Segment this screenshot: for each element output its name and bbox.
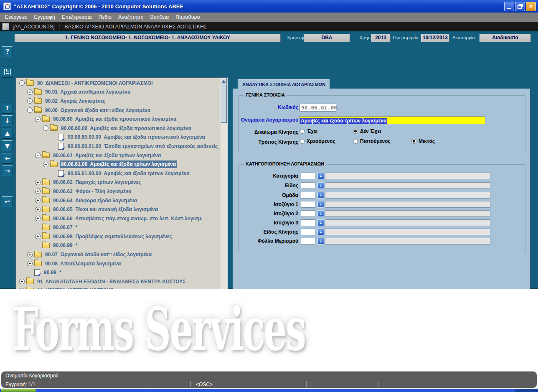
tree-node-label[interactable]: 90.06.62 Παροχές τρίτων λογισμένες bbox=[52, 178, 142, 186]
tree-expander-plus-icon[interactable]: + bbox=[35, 188, 41, 194]
tree-node-label[interactable]: 90.06.65 Τόκοι και συναφή έξοδα λογισμέν… bbox=[52, 206, 159, 213]
tree-node-label[interactable]: 90.07 Οργανικά έσοδα κατ□ είδος λογισμέν… bbox=[44, 251, 153, 258]
menu-item-actions[interactable]: Ενέργειες bbox=[2, 13, 30, 22]
lov-dropdown-button[interactable]: ↓ bbox=[317, 229, 324, 235]
category-code-input[interactable] bbox=[301, 210, 315, 217]
tree-node-label[interactable]: 90.06 Οργανικά έξοδα κατ□ είδος λογισμέν… bbox=[44, 107, 152, 114]
lov-dropdown-button[interactable]: ↓ bbox=[317, 201, 324, 208]
tree-expander-minus-icon[interactable]: − bbox=[35, 117, 41, 122]
folder-icon bbox=[42, 225, 50, 230]
scroll-up-button[interactable]: ▲ bbox=[2, 128, 13, 139]
tree-scrollbar[interactable]: ▲ ▼ bbox=[221, 78, 227, 298]
tree-row: +90.06.63 Φόροι - Τέλη λογισμένα bbox=[18, 187, 220, 196]
menu-item-help[interactable]: Βοήθεια bbox=[147, 13, 172, 22]
movement-mode-label: Τρόπος Κίνησης bbox=[233, 139, 298, 145]
menu-item-edit[interactable]: Επεξεργασία bbox=[58, 13, 95, 22]
tree-node-label[interactable]: 90.02 Αγορές λογισμένες bbox=[44, 97, 107, 105]
folder-open-icon bbox=[42, 117, 50, 122]
category-code-input[interactable] bbox=[301, 219, 315, 226]
scroll-down-button[interactable]: ▼ bbox=[2, 140, 13, 151]
tree-node-label[interactable]: 90.06.64 Διάφορα έξοδα λογισμένα bbox=[52, 197, 138, 204]
tree-node-label[interactable]: 90.08 Αποτελέσματα λογισμένα bbox=[44, 260, 122, 267]
lov-dropdown-button[interactable]: ↓ bbox=[317, 192, 324, 199]
account-name-field[interactable]: Αμοιβές και έξοδα τρίτων λογισμένα bbox=[299, 116, 485, 124]
tree-node-label[interactable]: 90.99 * bbox=[43, 269, 62, 276]
lov-dropdown-button[interactable]: ↓ bbox=[317, 210, 324, 217]
tab-account-details[interactable]: ΑΝΑΛΥΤΙΚΑ ΣΤΟΙΧΕΙΑ ΛΟΓΑΡΙΑΣΜΩΝ bbox=[238, 79, 330, 89]
tree-expander-plus-icon[interactable]: + bbox=[35, 216, 41, 221]
tree-expander-plus-icon[interactable]: + bbox=[27, 98, 33, 104]
tree-expander-plus-icon[interactable]: + bbox=[19, 279, 25, 284]
category-code-input[interactable] bbox=[301, 229, 315, 235]
lov-dropdown-button[interactable]: ↓ bbox=[317, 219, 324, 226]
category-description-field bbox=[325, 219, 490, 226]
tree-node-label[interactable]: 90.06.61 Αμοιβές και έξοδα τρίτων λογισμ… bbox=[52, 152, 162, 159]
start-button-fragment[interactable] bbox=[1, 389, 36, 392]
tree-expander-plus-icon[interactable]: + bbox=[35, 180, 41, 185]
tree-node-label[interactable]: 90.01 Αρχικά αποθέματα λογισμένα bbox=[44, 88, 132, 96]
tree-expander-minus-icon[interactable]: − bbox=[27, 107, 33, 113]
radio-checked-icon[interactable] bbox=[353, 129, 358, 134]
category-code-input[interactable] bbox=[301, 201, 315, 208]
next-block-button[interactable]: → bbox=[2, 165, 13, 176]
tree-expander-plus-icon[interactable]: + bbox=[35, 207, 41, 212]
tree-expander-plus-icon[interactable]: + bbox=[27, 89, 33, 95]
menu-item-window[interactable]: Παράθυρο bbox=[172, 13, 203, 22]
category-code-input[interactable] bbox=[301, 182, 315, 189]
scrollbar-up-icon[interactable]: ▲ bbox=[221, 78, 227, 84]
form-header-separator: : bbox=[59, 24, 60, 30]
account-code-field[interactable]: 90.06.61.00. bbox=[299, 104, 336, 112]
radio-checked-icon[interactable] bbox=[411, 139, 416, 144]
tree-node-label[interactable]: 90.06.67 * bbox=[52, 224, 79, 231]
prev-block-button[interactable]: ← bbox=[2, 153, 13, 164]
category-code-input[interactable] bbox=[301, 173, 315, 179]
undo-button[interactable]: ↩ bbox=[2, 196, 13, 207]
menu-item-search[interactable]: Αναζήτηση bbox=[115, 13, 147, 22]
radio-option[interactable]: Έχει bbox=[299, 128, 317, 134]
menu-item-record[interactable]: Εγγραφή bbox=[30, 13, 58, 22]
radio-unchecked-icon[interactable] bbox=[299, 139, 305, 144]
save-button[interactable] bbox=[2, 67, 13, 78]
tree-node-label[interactable]: 90.06.60.01.00 Έσοδα εργαστηρίων από εξω… bbox=[66, 143, 219, 150]
tree-node-label[interactable]: 90.06.61.00.00 Αμοιβές και έξοδα τρίτων … bbox=[66, 170, 191, 177]
tree-node-label[interactable]: 91 ΑΝΑΚΑΤΑΤΑΞΗ ΕΞΟΔΩΝ - ΕΝΔΙΑΜΕΣΑ ΚΕΝΤΡΑ… bbox=[36, 278, 187, 285]
scrollbar-thumb[interactable] bbox=[221, 84, 227, 123]
tree-node-label[interactable]: 90.06.66 Αποσβέσεις πάγ.στοιχ.ενσωμ. στο… bbox=[52, 215, 204, 222]
record-down-button[interactable]: ↓ bbox=[2, 115, 13, 126]
record-up-button[interactable]: ↑ bbox=[2, 103, 13, 114]
tree-expander-minus-icon[interactable]: − bbox=[35, 153, 41, 158]
tree-node-label[interactable]: 90.06.99 * bbox=[52, 242, 79, 249]
lov-dropdown-button[interactable]: ↓ bbox=[317, 173, 324, 179]
folder-open-icon bbox=[42, 153, 50, 158]
tree-expander-minus-icon[interactable]: − bbox=[43, 125, 48, 131]
tree-node-label[interactable]: 90.06.60.00.00 Αμοιβές και έξοδα προσωπι… bbox=[66, 133, 206, 141]
radio-option[interactable]: Πιστούμενος bbox=[353, 138, 391, 144]
menu-item-field[interactable]: Πεδίο bbox=[95, 13, 115, 22]
restore-button[interactable] bbox=[515, 2, 525, 11]
tree-expander-plus-icon[interactable]: + bbox=[35, 234, 41, 239]
radio-unchecked-icon[interactable] bbox=[353, 139, 358, 144]
tree-node-label[interactable]: 90.06.61.00 Αμοιβές και έξοδα τρίτων λογ… bbox=[60, 160, 177, 168]
help-button[interactable]: ? bbox=[2, 46, 13, 57]
tree-node-label[interactable]: 90.06.63 Φόροι - Τέλη λογισμένα bbox=[52, 188, 132, 195]
tree-expander-plus-icon[interactable]: + bbox=[27, 261, 33, 266]
tree-expander-plus-icon[interactable]: + bbox=[27, 252, 33, 257]
tree-node-label[interactable]: 90.06.60.00 Αμοιβές και έξοδα προσωπικού… bbox=[60, 125, 193, 132]
radio-option[interactable]: Μικτός bbox=[411, 138, 435, 144]
radio-option[interactable]: Χρεούμενος bbox=[299, 138, 335, 144]
category-code-input[interactable] bbox=[301, 192, 315, 199]
tree-node-label[interactable]: 90.06.60 Αμοιβές και έξοδα προσωπικού λο… bbox=[52, 115, 178, 123]
tree-node-label[interactable]: 90.06.98 Προβλέψεις εκμεταλλεύσεως λογισ… bbox=[52, 233, 173, 240]
radio-option[interactable]: Δέν Έχει bbox=[353, 128, 381, 134]
minimize-button[interactable] bbox=[504, 2, 514, 11]
lov-dropdown-button[interactable]: ↓ bbox=[317, 238, 324, 244]
tree-expander-minus-icon[interactable]: − bbox=[19, 80, 25, 86]
lov-dropdown-button[interactable]: ↓ bbox=[317, 182, 324, 189]
category-row-label: Ομάδα bbox=[233, 192, 298, 198]
radio-unchecked-icon[interactable] bbox=[299, 129, 305, 134]
tree-expander-minus-icon[interactable]: − bbox=[43, 162, 48, 167]
close-button[interactable]: × bbox=[526, 2, 536, 11]
tree-node-label[interactable]: 90 ΔΙΑΜΕΣΟΙ - ΑΝΤΙΚΡΙΖΟΜΕΝΟΙ ΛΟΓΑΡΙΑΣΜΟΙ bbox=[36, 79, 154, 87]
tree-expander-plus-icon[interactable]: + bbox=[35, 198, 41, 203]
category-code-input[interactable] bbox=[301, 238, 315, 244]
